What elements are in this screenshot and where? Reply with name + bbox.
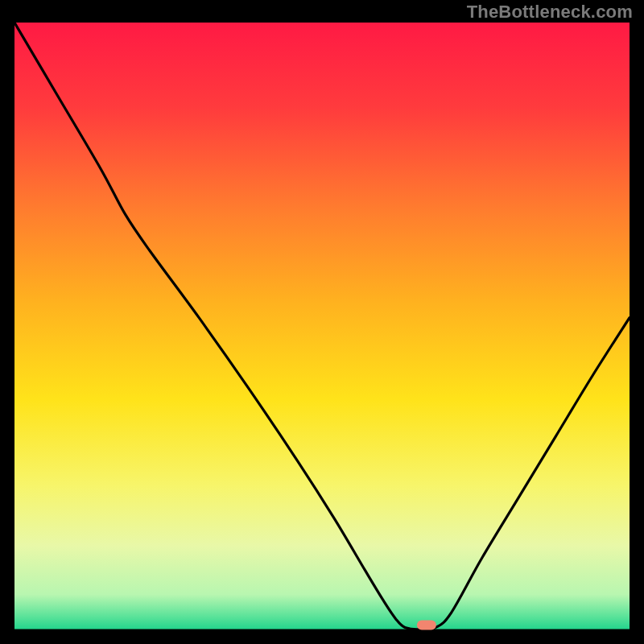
chart-frame: TheBottleneck.com (0, 0, 644, 644)
gradient-background (14, 23, 630, 631)
optimal-point-marker (417, 620, 436, 630)
bottleneck-chart (14, 23, 630, 631)
watermark-label: TheBottleneck.com (467, 2, 633, 23)
plot-area (14, 23, 630, 631)
